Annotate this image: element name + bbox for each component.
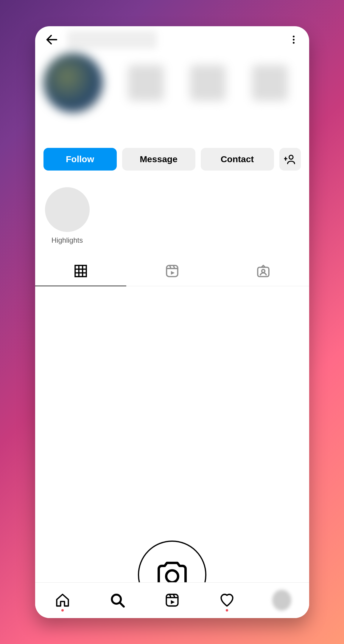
heart-icon	[219, 592, 235, 608]
highlight-circle[interactable]	[45, 187, 90, 232]
stat-following[interactable]	[252, 65, 288, 101]
suggested-users-button[interactable]	[279, 148, 301, 171]
nav-home[interactable]	[53, 591, 72, 610]
highlight-item: Highlights	[43, 187, 91, 244]
svg-marker-26	[171, 600, 175, 604]
search-icon	[110, 592, 125, 608]
svg-line-21	[120, 603, 124, 607]
follow-button[interactable]: Follow	[43, 148, 117, 171]
highlight-label: Highlights	[52, 236, 83, 244]
svg-point-2	[293, 39, 295, 41]
tab-reels[interactable]	[126, 256, 218, 286]
svg-rect-22	[166, 595, 178, 606]
nav-search[interactable]	[108, 591, 127, 610]
svg-rect-12	[166, 265, 178, 277]
grid-icon	[73, 264, 88, 278]
tab-grid[interactable]	[35, 256, 127, 286]
home-notification-dot	[61, 609, 64, 612]
top-bar	[35, 26, 309, 53]
camera-button[interactable]	[138, 541, 206, 582]
svg-rect-7	[75, 265, 86, 277]
tagged-icon	[256, 264, 271, 278]
nav-reels[interactable]	[163, 591, 182, 610]
username-title	[67, 31, 157, 49]
back-button[interactable]	[43, 31, 60, 48]
nav-profile[interactable]	[272, 591, 291, 610]
svg-point-3	[293, 42, 295, 44]
profile-tabs	[35, 256, 309, 286]
svg-point-1	[293, 35, 295, 37]
svg-point-4	[289, 155, 293, 159]
more-vertical-icon	[288, 34, 299, 45]
reels-icon	[165, 264, 180, 278]
profile-stats	[115, 53, 301, 101]
highlights-row: Highlights	[35, 179, 309, 247]
posts-grid-area	[35, 286, 309, 582]
profile-thumb-icon	[272, 590, 291, 611]
home-icon	[55, 592, 70, 608]
profile-avatar[interactable]	[43, 53, 103, 113]
contact-button[interactable]: Contact	[201, 148, 274, 171]
stat-posts[interactable]	[128, 65, 164, 101]
svg-point-18	[262, 270, 265, 273]
stat-followers[interactable]	[190, 65, 226, 101]
action-row: Follow Message Contact	[35, 143, 309, 179]
svg-point-19	[166, 570, 178, 582]
activity-notification-dot	[226, 609, 228, 612]
app-window: Follow Message Contact Highlights	[35, 26, 309, 618]
more-options-button[interactable]	[287, 32, 301, 47]
reels-nav-icon	[164, 592, 180, 608]
bottom-nav	[35, 582, 309, 618]
nav-activity[interactable]	[217, 591, 236, 610]
add-person-icon	[284, 153, 296, 165]
back-arrow-icon	[45, 32, 59, 47]
camera-icon	[154, 557, 190, 582]
tab-tagged[interactable]	[218, 256, 309, 286]
svg-marker-16	[171, 271, 175, 275]
profile-header	[35, 53, 309, 143]
message-button[interactable]: Message	[122, 148, 195, 171]
